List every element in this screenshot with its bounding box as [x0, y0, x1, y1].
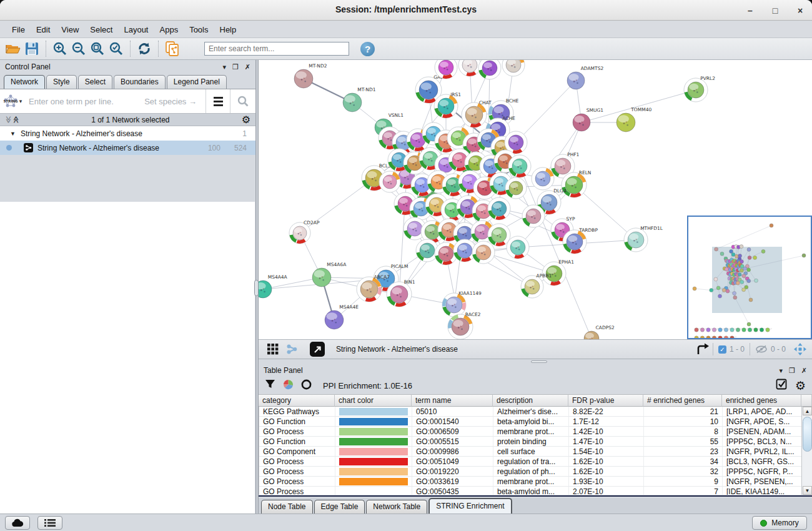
table-row[interactable]: GO ProcessGO:0006509membrane prot...1.42… — [259, 427, 812, 437]
network-node[interactable] — [435, 60, 457, 79]
select-rows-icon[interactable] — [776, 379, 788, 393]
string-search-icon[interactable] — [230, 95, 255, 107]
column-header-description[interactable]: description — [493, 394, 568, 407]
network-node[interactable]: MT-ND2 — [294, 63, 327, 88]
tab-edge-table[interactable]: Edge Table — [314, 500, 365, 514]
table-scrollbar[interactable]: ▲ ▼ — [801, 407, 812, 495]
table-row[interactable]: GO ProcessGO:0051049regulation of tra...… — [259, 457, 812, 467]
table-row[interactable]: GO FunctionGO:0001540beta-amyloid bi...1… — [259, 417, 812, 427]
network-node[interactable]: SMUG1 — [573, 107, 603, 131]
zoom-fit-icon[interactable] — [88, 40, 107, 57]
save-session-button[interactable] — [22, 40, 41, 57]
menu-help[interactable]: Help — [214, 22, 242, 37]
column-header-enriched-genes[interactable]: enriched genes — [722, 394, 801, 407]
scroll-down-icon[interactable]: ▼ — [803, 486, 812, 495]
network-row[interactable]: String Network - Alzheimer's disease 100… — [0, 141, 255, 155]
tab-network[interactable]: Network — [4, 75, 45, 89]
grid-view-icon[interactable] — [264, 340, 282, 358]
maximize-button[interactable]: □ — [770, 6, 781, 16]
automation-cloud-button[interactable] — [5, 516, 30, 530]
network-node[interactable] — [532, 167, 554, 190]
horizontal-splitter[interactable] — [259, 359, 812, 364]
tab-legend-panel[interactable]: Legend Panel — [167, 75, 227, 89]
table-panel-close-icon[interactable]: ✗ — [801, 367, 807, 375]
network-node[interactable] — [507, 236, 529, 259]
tab-string-enrichment[interactable]: STRING Enrichment — [428, 498, 512, 514]
network-node[interactable] — [508, 155, 531, 177]
network-node[interactable] — [379, 171, 400, 192]
string-options-icon[interactable] — [206, 97, 230, 106]
splitter-grip[interactable] — [254, 280, 259, 296]
table-panel-float-icon[interactable]: ❒ — [789, 367, 795, 375]
column-header-chart-color[interactable]: chart color — [335, 394, 412, 407]
hidden-count-badge[interactable]: 0 - 0 — [755, 345, 786, 354]
panel-menu-icon[interactable]: ▾ — [222, 63, 226, 71]
zoom-selected-icon[interactable] — [107, 40, 126, 57]
network-node[interactable] — [505, 177, 527, 199]
network-node[interactable]: MT-ND1 — [343, 87, 376, 112]
network-node[interactable]: ADAMTS2 — [567, 66, 603, 89]
table-row[interactable]: GO FunctionGO:0005515protein binding1.47… — [259, 437, 812, 447]
network-node[interactable]: CADPS2 — [584, 325, 615, 339]
network-node[interactable]: MTHFD1L — [624, 226, 663, 252]
network-node[interactable]: PVRL2 — [684, 76, 715, 102]
refresh-icon[interactable] — [135, 40, 154, 57]
tab-boundaries[interactable]: Boundaries — [114, 75, 166, 89]
network-options-gear-icon[interactable]: ⚙ — [242, 115, 250, 125]
export-network-icon[interactable] — [694, 340, 713, 358]
zoom-out-icon[interactable] — [69, 40, 88, 57]
network-node[interactable]: MS4A4A — [259, 274, 288, 298]
selected-count-badge[interactable]: ✓ 1 - 0 — [718, 345, 745, 354]
network-node[interactable]: MS4A4E — [325, 304, 359, 329]
tab-node-table[interactable]: Node Table — [261, 500, 313, 514]
menu-edit[interactable]: Edit — [31, 22, 56, 37]
menu-layout[interactable]: Layout — [118, 22, 154, 37]
network-collection-row[interactable]: ▼ String Network - Alzheimer's disease 1 — [0, 126, 255, 141]
memory-button[interactable]: Memory — [752, 516, 807, 530]
tree-expand-icon[interactable]: ▼ — [10, 131, 16, 137]
birds-eye-toggle-icon[interactable] — [791, 340, 810, 358]
network-node[interactable] — [488, 224, 510, 246]
expand-all-icon[interactable]: ≫ — [12, 116, 20, 124]
string-view-icon[interactable] — [282, 340, 301, 358]
network-node[interactable]: EPHA1 — [542, 259, 574, 285]
network-node[interactable] — [478, 60, 501, 79]
open-session-button[interactable] — [4, 40, 22, 57]
panel-close-icon[interactable]: ✗ — [245, 63, 250, 71]
column-header-FDR-p-value[interactable]: FDR p-value — [568, 394, 643, 407]
network-node[interactable] — [522, 205, 545, 227]
column-header--enriched-genes[interactable]: # enriched genes — [643, 394, 722, 407]
filter-icon[interactable] — [265, 379, 275, 392]
menu-apps[interactable]: Apps — [154, 22, 184, 37]
table-row[interactable]: GO ComponentGO:0009986cell surface1.54E-… — [259, 447, 812, 457]
network-node[interactable] — [502, 60, 525, 76]
species-hint[interactable]: Set species → — [144, 97, 197, 106]
network-node[interactable]: CD2AP — [289, 220, 320, 244]
table-row[interactable]: GO ProcessGO:0033619membrane prot...1.93… — [259, 477, 812, 487]
pie-chart-icon[interactable] — [283, 379, 294, 392]
tab-select[interactable]: Select — [78, 75, 112, 89]
minimize-button[interactable]: – — [745, 6, 756, 16]
network-node[interactable]: MS4A6A — [312, 262, 347, 287]
table-row[interactable]: GO ProcessGO:0019220regulation of ph...1… — [259, 467, 812, 477]
table-row[interactable]: KEGG Pathways05010Alzheimer's dise...8.8… — [259, 407, 812, 417]
menu-view[interactable]: View — [56, 22, 84, 37]
menu-select[interactable]: Select — [84, 22, 118, 37]
open-in-string-icon[interactable] — [310, 342, 325, 357]
task-history-button[interactable] — [37, 516, 62, 530]
help-icon[interactable]: ? — [360, 42, 375, 56]
scrollbar-thumb[interactable] — [803, 417, 812, 452]
network-node[interactable]: TOMM40 — [616, 107, 651, 132]
network-node[interactable] — [458, 60, 481, 76]
column-header-category[interactable]: category — [259, 394, 335, 407]
table-row[interactable]: GO ProcessGO:0050435beta-amyloid m...2.0… — [259, 487, 812, 495]
menu-file[interactable]: File — [6, 22, 31, 37]
search-input[interactable] — [204, 42, 349, 56]
network-node[interactable] — [472, 241, 495, 264]
panel-float-icon[interactable]: ❒ — [232, 63, 239, 71]
tab-network-table[interactable]: Network Table — [366, 500, 427, 514]
zoom-in-icon[interactable] — [51, 40, 69, 57]
horizontal-splitter-grip[interactable] — [531, 360, 547, 363]
table-panel-menu-icon[interactable]: ▾ — [779, 367, 783, 375]
network-navigator[interactable] — [687, 216, 812, 339]
